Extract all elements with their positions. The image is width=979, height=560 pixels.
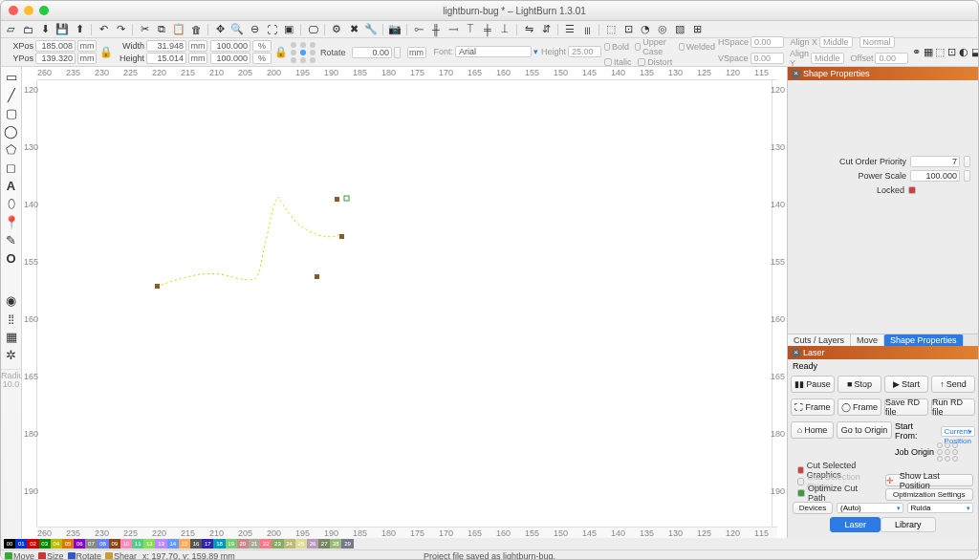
palette-color-12[interactable]: 12	[143, 539, 155, 549]
palette-color-05[interactable]: 05	[62, 539, 74, 549]
run-rd-button[interactable]: Run RD file	[931, 398, 975, 416]
palette-color-24[interactable]: 24	[284, 539, 295, 549]
align-left-icon[interactable]: ⟜	[412, 23, 425, 36]
palette-color-28[interactable]: 28	[330, 539, 341, 549]
misc5-icon[interactable]: ◐	[959, 46, 968, 59]
palette-color-15[interactable]: 15	[179, 539, 190, 549]
palette-color-01[interactable]: 01	[15, 539, 27, 549]
misc4-icon[interactable]: ⊡	[947, 46, 957, 59]
cut-sel-checkbox[interactable]	[797, 466, 804, 474]
measure-tool-icon[interactable]: O	[4, 250, 19, 266]
edit-nodes-tool-icon[interactable]: ◻	[4, 160, 19, 175]
tab-library[interactable]: Library	[881, 517, 936, 532]
unit-mm[interactable]: mm	[188, 53, 207, 64]
palette-color-10[interactable]: 10	[120, 539, 132, 549]
copy-icon[interactable]: ⧉	[155, 23, 168, 36]
palette-color-07[interactable]: 07	[85, 539, 97, 549]
new-file-icon[interactable]: ▱	[4, 23, 17, 36]
tab-move[interactable]: Move	[851, 334, 884, 346]
settings-icon[interactable]: ⚙	[330, 23, 343, 36]
cut-icon[interactable]: ✂	[138, 23, 151, 36]
palette-color-00[interactable]: 00	[4, 539, 15, 549]
flip-h-icon[interactable]: ⇋	[522, 23, 535, 36]
misc1-icon[interactable]: ⚭	[911, 46, 921, 59]
palette-color-26[interactable]: 26	[307, 539, 318, 549]
font-select[interactable]: Arial	[455, 46, 532, 57]
palette-color-17[interactable]: 17	[202, 539, 213, 549]
preview-icon[interactable]: 🖵	[306, 23, 319, 36]
group-icon[interactable]: ⬚	[604, 23, 618, 36]
go-origin-button[interactable]: Go to Origin	[837, 421, 892, 439]
start-button[interactable]: ▶ Start	[884, 376, 928, 393]
zoom-in-icon[interactable]: 🔍	[230, 23, 244, 36]
palette-color-13[interactable]: 13	[155, 539, 166, 549]
height-pct-input[interactable]: 100.000	[210, 53, 250, 64]
tab-laser[interactable]: Laser	[830, 517, 881, 532]
cut-priority-input[interactable]: 7	[910, 156, 960, 167]
auto-select[interactable]: (Auto)	[837, 503, 903, 513]
opt-path-checkbox[interactable]	[797, 489, 805, 497]
align-center-v-icon[interactable]: ╪	[481, 23, 494, 36]
pan-icon[interactable]: ✥	[213, 23, 227, 36]
palette-color-14[interactable]: 14	[167, 539, 179, 549]
align-bottom-icon[interactable]: ⟘	[498, 23, 511, 36]
palette-color-08[interactable]: 08	[98, 539, 109, 549]
unit-mm[interactable]: mm	[77, 40, 97, 52]
save-rd-button[interactable]: Save RD file	[884, 398, 928, 416]
unit-mm[interactable]: mm	[77, 53, 97, 64]
tools-icon[interactable]: 🔧	[364, 23, 378, 36]
misc-tool-icon[interactable]: ✲	[4, 347, 19, 362]
palette-color-09[interactable]: 09	[109, 539, 120, 549]
grid2-icon[interactable]: ▦	[4, 329, 19, 344]
text-tool-icon[interactable]: A	[4, 178, 19, 193]
mode-move[interactable]: Move	[5, 551, 34, 561]
camera-icon[interactable]: 📷	[388, 23, 402, 36]
start-from-select[interactable]: Current Position	[941, 426, 975, 437]
grid-icon[interactable]: ⣿	[4, 311, 19, 326]
import-icon[interactable]: ⬇	[38, 23, 52, 36]
distribute-v-icon[interactable]: ⫼	[580, 23, 594, 36]
array-icon[interactable]: ⊞	[690, 23, 704, 36]
palette-color-27[interactable]: 27	[318, 539, 330, 549]
misc2-icon[interactable]: ▦	[924, 46, 933, 59]
device-settings-icon[interactable]: ✖	[347, 23, 360, 36]
polygon-tool-icon[interactable]: ⬠	[4, 141, 19, 157]
tab-cuts-layers[interactable]: Cuts / Layers	[788, 334, 851, 346]
misc3-icon[interactable]: ⬚	[935, 46, 945, 59]
line-tool-icon[interactable]: ╱	[4, 87, 19, 102]
rotate-input[interactable]: 0.00	[352, 47, 392, 58]
export-icon[interactable]: ⬆	[73, 23, 86, 36]
distribute-h-icon[interactable]: ☰	[563, 23, 577, 36]
open-file-icon[interactable]: 🗀	[21, 23, 34, 36]
offset-tool-icon[interactable]: ⬯	[4, 196, 19, 211]
stop-button[interactable]: ■ Stop	[838, 376, 881, 393]
zoom-out-icon[interactable]: ⊖	[248, 23, 261, 36]
ellipse-tool-icon[interactable]: ◯	[4, 123, 19, 139]
rect-tool-icon[interactable]: ▢	[4, 105, 19, 120]
vspace-input[interactable]: 0.00	[751, 53, 784, 64]
frame-button[interactable]: ⛶ Frame	[791, 398, 835, 416]
opt-settings-button[interactable]: Optimization Settings	[885, 488, 974, 501]
palette-color-25[interactable]: 25	[295, 539, 307, 549]
palette-color-20[interactable]: 20	[237, 539, 249, 549]
align-right-icon[interactable]: ⟞	[446, 23, 460, 36]
ypos-input[interactable]: 139.320	[35, 53, 76, 64]
shape-properties-header[interactable]: ×Shape Properties	[788, 67, 978, 80]
spinner-icon[interactable]	[964, 156, 970, 167]
boolean-icon[interactable]: ▧	[673, 23, 686, 36]
use-sel-checkbox[interactable]	[797, 478, 804, 485]
offset-icon[interactable]: ◎	[656, 23, 669, 36]
palette-color-02[interactable]: 02	[27, 539, 38, 549]
hspace-input[interactable]: 0.00	[751, 36, 784, 48]
height-input[interactable]: 15.014	[146, 53, 186, 64]
spin-icon[interactable]	[394, 47, 401, 58]
home-button[interactable]: ⌂ Home	[791, 421, 834, 439]
ungroup-icon[interactable]: ⊡	[621, 23, 635, 36]
aligny-select[interactable]: Middle	[811, 53, 844, 64]
aspect-lock-icon[interactable]: 🔒	[274, 46, 288, 59]
flip-v-icon[interactable]: ⇵	[539, 23, 553, 36]
width-pct-input[interactable]: 100.000	[210, 40, 250, 52]
palette-color-18[interactable]: 18	[213, 539, 225, 549]
width-input[interactable]: 31.948	[146, 40, 186, 52]
unit-mm[interactable]: mm	[188, 40, 207, 52]
